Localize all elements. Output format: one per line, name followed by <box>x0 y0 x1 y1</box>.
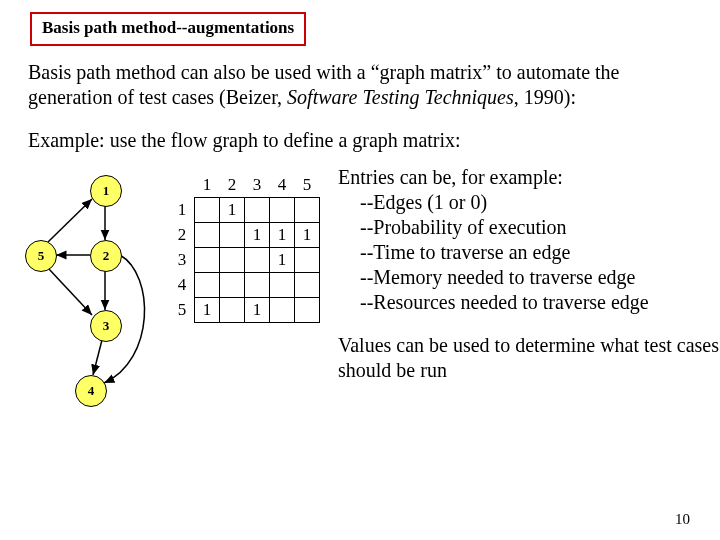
title-text: Basis path method--augmentations <box>42 18 294 37</box>
col-header: 1 <box>195 173 220 198</box>
matrix-row: 2 1 1 1 <box>170 223 320 248</box>
title-box: Basis path method--augmentations <box>30 12 306 46</box>
cell <box>220 298 245 323</box>
paragraph-1: Basis path method can also be used with … <box>28 60 692 110</box>
graph-node-3: 3 <box>90 310 122 342</box>
cell: 1 <box>270 248 295 273</box>
svg-line-2 <box>93 340 102 375</box>
graph-node-1: 1 <box>90 175 122 207</box>
para1-b: , 1990): <box>514 86 576 108</box>
cell <box>295 298 320 323</box>
svg-line-4 <box>48 199 92 242</box>
node-label: 1 <box>103 183 110 198</box>
matrix-row: 4 <box>170 273 320 298</box>
cell <box>220 223 245 248</box>
matrix-row: 1 1 <box>170 198 320 223</box>
cell <box>195 198 220 223</box>
svg-line-5 <box>48 268 92 315</box>
content-row: 1 2 3 4 5 1 2 3 4 5 1 1 2 <box>0 165 720 425</box>
entry-item: --Edges (1 or 0) <box>338 190 720 215</box>
graph-matrix: 1 2 3 4 5 1 1 2 1 1 1 <box>170 165 330 323</box>
cell: 1 <box>270 223 295 248</box>
cell <box>195 248 220 273</box>
cell <box>195 223 220 248</box>
cell <box>295 248 320 273</box>
matrix-table: 1 2 3 4 5 1 1 2 1 1 1 <box>170 173 320 323</box>
entry-item: --Probability of execution <box>338 215 720 240</box>
matrix-header-row: 1 2 3 4 5 <box>170 173 320 198</box>
cell <box>220 273 245 298</box>
node-label: 3 <box>103 318 110 333</box>
matrix-row: 5 1 1 <box>170 298 320 323</box>
page-number: 10 <box>675 511 690 528</box>
col-header: 5 <box>295 173 320 198</box>
cell <box>295 273 320 298</box>
row-header: 3 <box>170 248 195 273</box>
graph-node-2: 2 <box>90 240 122 272</box>
example-line: Example: use the flow graph to define a … <box>28 128 692 153</box>
cell <box>270 198 295 223</box>
cell <box>295 198 320 223</box>
entries-block: Entries can be, for example: --Edges (1 … <box>330 165 720 383</box>
cell <box>245 248 270 273</box>
matrix-corner <box>170 173 195 198</box>
col-header: 3 <box>245 173 270 198</box>
values-text: Values can be used to determine what tes… <box>338 333 720 383</box>
node-label: 4 <box>88 383 95 398</box>
entry-item: --Resources needed to traverse edge <box>338 290 720 315</box>
graph-node-4: 4 <box>75 375 107 407</box>
graph-node-5: 5 <box>25 240 57 272</box>
cell <box>245 273 270 298</box>
cell: 1 <box>220 198 245 223</box>
cell <box>270 298 295 323</box>
row-header: 2 <box>170 223 195 248</box>
row-header: 5 <box>170 298 195 323</box>
col-header: 4 <box>270 173 295 198</box>
row-header: 1 <box>170 198 195 223</box>
cell: 1 <box>195 298 220 323</box>
cell: 1 <box>245 298 270 323</box>
node-label: 2 <box>103 248 110 263</box>
para1-italic: Software Testing Techniques <box>287 86 514 108</box>
row-header: 4 <box>170 273 195 298</box>
cell: 1 <box>295 223 320 248</box>
cell <box>270 273 295 298</box>
cell <box>195 273 220 298</box>
entry-item: --Time to traverse an edge <box>338 240 720 265</box>
entry-item: --Memory needed to traverse edge <box>338 265 720 290</box>
col-header: 2 <box>220 173 245 198</box>
entries-intro: Entries can be, for example: <box>338 165 720 190</box>
cell <box>220 248 245 273</box>
flow-graph: 1 2 3 4 5 <box>0 165 170 425</box>
cell: 1 <box>245 223 270 248</box>
cell <box>245 198 270 223</box>
matrix-row: 3 1 <box>170 248 320 273</box>
node-label: 5 <box>38 248 45 263</box>
